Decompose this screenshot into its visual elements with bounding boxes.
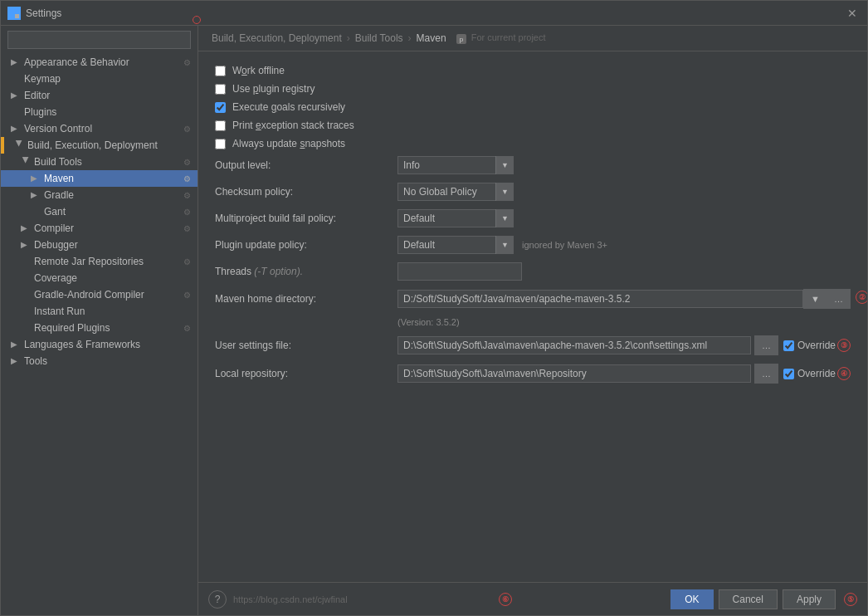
execute-goals-label: Execute goals recursively [232,101,345,113]
sidebar-label: Build, Execution, Deployment [27,139,158,151]
print-exception-label: Print exception stack traces [232,120,354,131]
sidebar-item-maven[interactable]: ▶ Maven ⚙ [1,170,197,187]
svg-rect-1 [15,8,19,12]
sidebar-label: Tools [24,355,47,367]
svg-rect-3 [15,14,19,18]
user-settings-input[interactable]: D:\Soft\StudySoft\Java\maven\apache-mave… [397,336,751,354]
output-level-select[interactable]: Info Debug Quiet [397,156,514,174]
checksum-policy-select[interactable]: No Global Policy Fail Warn Ignore [397,183,514,201]
close-button[interactable]: ✕ [844,5,861,22]
maven-home-dropdown-btn[interactable]: ▼ [803,289,827,309]
maven-home-label: Maven home directory: [215,293,397,305]
cancel-button[interactable]: Cancel [719,589,778,609]
plugin-registry-row: Use plugin registry [215,83,851,95]
checksum-policy-row: Checksum policy: No Global Policy Fail W… [215,183,851,201]
sidebar-item-build-exec[interactable]: ▶ Build, Execution, Deployment [1,137,197,154]
sidebar-item-remote-jar[interactable]: ▶ Remote Jar Repositories ⚙ [1,253,197,270]
user-settings-label: User settings file: [215,340,397,351]
breadcrumb-sep2: › [408,32,412,44]
multiproject-select-wrapper: Default Fail at End Never Fail Fail Fast… [397,209,514,227]
sidebar-item-languages[interactable]: ▶ Languages & Frameworks [1,336,197,353]
sidebar-label: Compiler [34,222,74,234]
breadcrumb-part1: Build, Execution, Deployment [212,32,342,44]
sidebar-label: Build Tools [34,156,82,168]
breadcrumb: Build, Execution, Deployment › Build Too… [198,26,867,51]
sidebar-label: Plugins [24,106,56,118]
config-icon: ⚙ [183,174,191,183]
arrow-icon: ▶ [11,356,21,366]
title-bar: Settings ✕ [1,1,867,26]
arrow-icon: ▶ [21,223,31,233]
local-repo-browse-btn[interactable]: … [754,364,778,384]
settings-window: Settings ✕ ▶ Appearance & Behavior ⚙ ▶ K… [0,0,868,616]
plugin-update-select[interactable]: Default Force Update Never Update [397,236,514,254]
sidebar-item-editor[interactable]: ▶ Editor [1,87,197,104]
sidebar-item-keymap[interactable]: ▶ Keymap [1,71,197,87]
user-settings-badge: ③ [837,339,851,352]
config-icon: ⚙ [183,158,191,167]
sidebar-item-required-plugins[interactable]: ▶ Required Plugins ⚙ [1,320,197,336]
sidebar-item-instant-run[interactable]: ▶ Instant Run [1,303,197,320]
breadcrumb-tag: p For current project [456,32,546,43]
sidebar: ▶ Appearance & Behavior ⚙ ▶ Keymap ▶ Edi… [1,26,198,615]
sidebar-item-plugins[interactable]: ▶ Plugins [1,104,197,120]
threads-input[interactable] [397,262,522,281]
plugin-registry-checkbox[interactable] [215,84,226,95]
tag-text: For current project [471,32,546,42]
threads-row: Threads (-T option). [215,262,851,281]
local-repo-input[interactable]: D:\Soft\StudySoft\Java\maven\Repository [397,364,751,383]
maven-home-badge: ② [856,291,867,304]
local-repo-badge: ④ [837,367,851,380]
sidebar-item-debugger[interactable]: ▶ Debugger [1,237,197,253]
multiproject-policy-label: Multiproject build fail policy: [215,213,397,224]
sidebar-item-appearance[interactable]: ▶ Appearance & Behavior ⚙ [1,54,197,71]
maven-version-text: (Version: 3.5.2) [397,317,851,327]
maven-home-browse-btn[interactable]: … [827,289,851,309]
user-settings-override-checkbox[interactable] [783,340,794,351]
execute-goals-row: Execute goals recursively [215,101,851,113]
search-box [1,26,197,54]
work-offline-checkbox[interactable] [215,66,226,76]
sidebar-label: Version Control [24,123,92,134]
sidebar-item-gradle[interactable]: ▶ Gradle ⚙ [1,187,197,203]
override-label: Override [797,368,836,379]
window-title: Settings [26,7,844,19]
arrow-icon: ▶ [21,157,31,167]
user-settings-browse-btn[interactable]: … [754,335,778,355]
sidebar-item-tools[interactable]: ▶ Tools [1,353,197,369]
right-panel: Build, Execution, Deployment › Build Too… [198,26,867,615]
print-exception-checkbox[interactable] [215,120,226,131]
arrow-icon: ▶ [14,140,24,150]
action-buttons: OK Cancel Apply ⑤ [671,589,857,609]
help-button[interactable]: ? [208,590,227,609]
apply-button[interactable]: Apply [783,589,836,609]
sidebar-label: Gradle-Android Compiler [34,289,144,301]
sidebar-item-compiler[interactable]: ▶ Compiler ⚙ [1,220,197,237]
app-icon [7,7,21,20]
multiproject-policy-row: Multiproject build fail policy: Default … [215,209,851,227]
sidebar-item-build-tools[interactable]: ▶ Build Tools ⚙ [1,154,197,170]
execute-goals-checkbox[interactable] [215,102,226,113]
maven-home-row: Maven home directory: D:/Soft/StudySoft/… [215,289,851,309]
plugin-registry-label: Use plugin registry [232,83,315,95]
config-icon: ⚙ [183,257,191,266]
search-input[interactable] [7,31,191,49]
config-icon: ⚙ [183,324,191,333]
sidebar-item-gradle-android[interactable]: ▶ Gradle-Android Compiler ⚙ [1,286,197,303]
local-repo-override-checkbox[interactable] [783,369,794,379]
sidebar-label: Keymap [24,73,61,85]
arrow-icon: ▶ [21,240,31,250]
maven-home-input[interactable]: D:/Soft/StudySoft/Java/maven/apache-mave… [397,290,803,308]
multiproject-policy-select[interactable]: Default Fail at End Never Fail Fail Fast [397,209,514,227]
print-exception-row: Print exception stack traces [215,120,851,131]
ok-button[interactable]: OK [671,589,713,609]
override-label: Override [797,340,836,351]
sidebar-label: Coverage [34,272,77,284]
sidebar-item-version-control[interactable]: ▶ Version Control ⚙ [1,120,197,137]
always-update-checkbox[interactable] [215,139,226,149]
sidebar-item-gant[interactable]: ▶ Gant ⚙ [1,203,197,220]
sidebar-item-coverage[interactable]: ▶ Coverage [1,270,197,286]
checksum-policy-label: Checksum policy: [215,186,397,198]
config-icon: ⚙ [183,125,191,134]
sidebar-label: Editor [24,90,50,101]
